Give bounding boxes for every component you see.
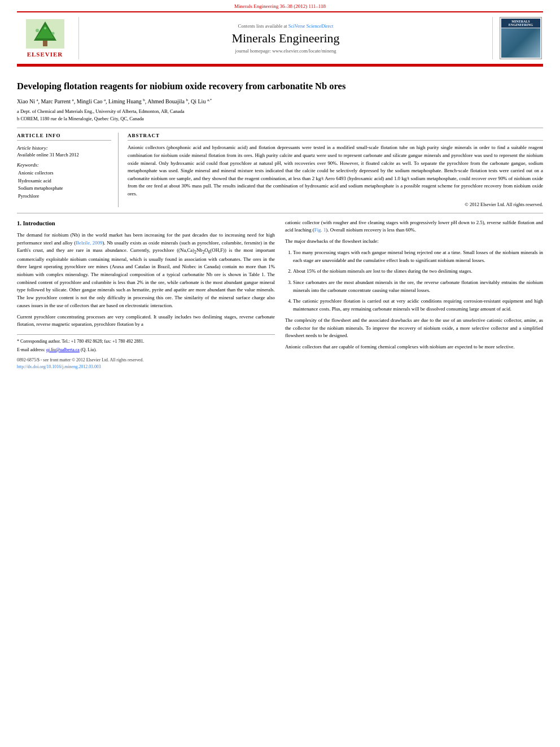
minerals-logo-box: MINERALSENGINEERING <box>500 17 542 59</box>
article-info-panel: ARTICLE INFO Article history: Available … <box>17 133 119 207</box>
abstract-panel: ABSTRACT Anionic collectors (phosphonic … <box>128 133 543 207</box>
email-note: E-mail address: qi.liu@ualberta.ca (Q. L… <box>17 347 275 353</box>
drawback-item-2: About 15% of the niobium minerals are lo… <box>293 268 543 276</box>
intro-heading: 1. Introduction <box>17 219 275 228</box>
body-content: 1. Introduction The demand for niobium (… <box>17 219 543 370</box>
keyword-2: Hydroxamic acid <box>18 177 111 185</box>
right-paragraph-4: Anionic collectors that are capable of f… <box>285 343 543 351</box>
article-title: Developing flotation reagents for niobiu… <box>17 80 543 92</box>
corresponding-note: * Corresponding author. Tel.: +1 780 492… <box>17 338 275 345</box>
svg-point-5 <box>51 32 54 34</box>
elsevier-logo-area: ELSEVIER <box>17 17 79 59</box>
sciverse-link[interactable]: SciVerse ScienceDirect <box>288 23 334 29</box>
affiliation-b: b COREM, 1180 rue de la Mineralogie, Que… <box>17 115 543 123</box>
footer-notes: * Corresponding author. Tel.: +1 780 492… <box>17 334 275 370</box>
intro-paragraph-2: Current pyrochlore concentrating process… <box>17 313 275 329</box>
svg-rect-1 <box>43 41 47 46</box>
right-paragraph-drawbacks: The major drawbacks of the flowsheet inc… <box>285 238 543 246</box>
belzile-link[interactable]: Belzile, 2009 <box>76 240 102 246</box>
right-paragraph-3: The complexity of the flowsheet and the … <box>285 317 543 340</box>
footer-legal: 0892-6875/$ - see front matter © 2012 El… <box>17 357 275 370</box>
abstract-text: Anionic collectors (phosphonic acid and … <box>128 144 543 198</box>
copyright-line: © 2012 Elsevier Ltd. All rights reserved… <box>128 202 543 207</box>
fig1-link[interactable]: Fig. 1 <box>314 227 326 233</box>
article-info-heading: ARTICLE INFO <box>17 133 111 141</box>
right-paragraph-1: cationic collector (with rougher and fiv… <box>285 219 543 234</box>
journal-homepage: journal homepage: www.elsevier.com/locat… <box>235 48 336 54</box>
keyword-3: Sodium metaphosphate <box>18 185 111 193</box>
info-abstract-row: ARTICLE INFO Article history: Available … <box>17 128 543 207</box>
journal-header: ELSEVIER Contents lists available at Sci… <box>17 11 543 65</box>
intro-paragraph-1: The demand for niobium (Nb) in the world… <box>17 231 275 310</box>
history-label: Article history: <box>17 145 111 151</box>
svg-point-4 <box>36 29 39 32</box>
section-title: Introduction <box>23 220 55 226</box>
authors-line: Xiao Ni a, Marc Parrent a, Mingli Cao a,… <box>17 97 543 105</box>
keyword-4: Pyrochlore <box>18 193 111 200</box>
svg-point-6 <box>44 27 46 29</box>
elsevier-tree-icon <box>26 19 64 49</box>
affiliations: a Dept. of Chemical and Materials Eng., … <box>17 108 543 123</box>
affiliation-a: a Dept. of Chemical and Materials Eng., … <box>17 108 543 115</box>
article-history: Article history: Available online 31 Mar… <box>17 145 111 158</box>
doi-line: http://dx.doi.org/10.1016/j.mineng.2012.… <box>17 364 275 370</box>
journal-reference-bar: Minerals Engineering 36–38 (2012) 111–11… <box>0 0 560 11</box>
journal-name: Minerals Engineering <box>231 31 339 46</box>
doi-link[interactable]: http://dx.doi.org/10.1016/j.mineng.2012.… <box>17 364 101 369</box>
issn-line: 0892-6875/$ - see front matter © 2012 El… <box>17 357 275 364</box>
abstract-heading: ABSTRACT <box>128 133 543 141</box>
elsevier-text: ELSEVIER <box>27 51 63 58</box>
contents-text: Contents lists available at <box>238 23 287 29</box>
minerals-cover-image <box>501 28 540 58</box>
journal-reference: Minerals Engineering 36–38 (2012) 111–11… <box>234 3 326 9</box>
sciverse-line: Contents lists available at SciVerse Sci… <box>238 23 334 29</box>
drawbacks-list: Too many processing stages with each gan… <box>293 249 543 313</box>
authors-text: Xiao Ni a, Marc Parrent a, Mingli Cao a,… <box>17 98 212 104</box>
body-right-col: cationic collector (with rougher and fiv… <box>285 219 543 370</box>
section-number: 1. <box>17 220 21 226</box>
body-left-col: 1. Introduction The demand for niobium (… <box>17 219 275 370</box>
history-value: Available online 31 March 2012 <box>17 152 111 158</box>
section-divider <box>17 213 543 213</box>
drawback-item-3: Since carbonates are the most abundant m… <box>293 279 543 294</box>
keyword-1: Anionic collectors <box>18 169 111 177</box>
keywords-label: Keywords: <box>17 162 111 168</box>
journal-title-area: Contents lists available at SciVerse Sci… <box>79 17 492 59</box>
main-content: Developing flotation reagents for niobiu… <box>17 67 543 375</box>
drawback-item-4: The cationic pyrochlore flotation is car… <box>293 298 543 313</box>
minerals-eng-logo-area: MINERALSENGINEERING <box>492 17 543 59</box>
keywords-section: Keywords: Anionic collectors Hydroxamic … <box>17 162 111 200</box>
email-link[interactable]: qi.liu@ualberta.ca <box>46 347 80 352</box>
drawback-item-1: Too many processing stages with each gan… <box>293 249 543 264</box>
minerals-logo-label: MINERALSENGINEERING <box>501 19 540 28</box>
